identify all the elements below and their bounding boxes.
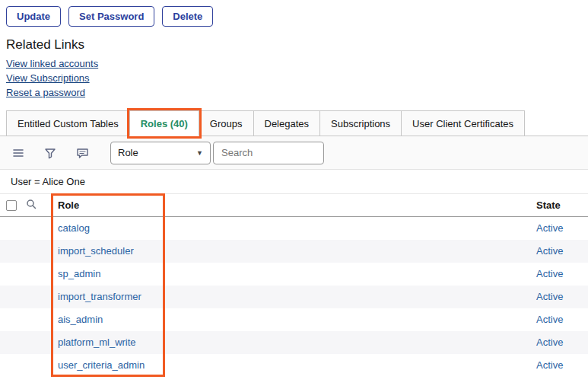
state-cell: Active <box>533 286 588 308</box>
row-search-cell <box>23 286 46 308</box>
state-cell: Active <box>533 354 588 377</box>
search-column-select[interactable]: Role ▼ <box>110 142 211 164</box>
tab-bar: Entitled Custom Tables Roles (40) Groups… <box>0 110 588 136</box>
column-header-state[interactable]: State <box>533 194 588 217</box>
form-action-bar: Update Set Password Delete <box>0 0 588 27</box>
column-header-role[interactable]: Role <box>46 194 533 217</box>
role-cell: sp_admin <box>46 263 533 286</box>
role-cell: platform_ml_write <box>46 331 533 354</box>
table-row: user_criteria_admin Active <box>0 354 588 377</box>
tab-user-client-certificates[interactable]: User Client Certificates <box>401 110 525 136</box>
state-cell: Active <box>533 240 588 263</box>
row-check-cell <box>0 331 23 354</box>
table-row: ais_admin Active <box>0 308 588 331</box>
row-check-cell <box>0 286 23 308</box>
state-cell: Active <box>533 331 588 354</box>
link-reset-a-password[interactable]: Reset a password <box>6 85 85 100</box>
select-all-checkbox[interactable] <box>6 200 17 211</box>
role-link[interactable]: ais_admin <box>58 314 103 325</box>
table-row: import_scheduler Active <box>0 240 588 263</box>
row-check-cell <box>0 354 23 377</box>
delete-button[interactable]: Delete <box>162 6 213 27</box>
state-value[interactable]: Active <box>536 314 563 325</box>
table-row: catalog Active <box>0 217 588 240</box>
table-row: import_transformer Active <box>0 286 588 308</box>
role-link[interactable]: catalog <box>58 222 90 234</box>
tab-entitled-custom-tables[interactable]: Entitled Custom Tables <box>6 110 130 136</box>
tab-roles[interactable]: Roles (40) <box>129 110 199 136</box>
roles-table: Role State catalog Active import_schedul… <box>0 193 588 377</box>
roles-table-wrap: Role State catalog Active import_schedul… <box>0 193 588 377</box>
table-header-row: Role State <box>0 194 588 217</box>
related-links-list: View linked accounts View Subscriptions … <box>6 56 588 100</box>
list-toolbar: Role ▼ <box>0 136 588 170</box>
row-search-cell <box>23 331 46 354</box>
state-value[interactable]: Active <box>536 222 563 234</box>
table-body: catalog Active import_scheduler Active s… <box>0 217 588 377</box>
state-value[interactable]: Active <box>536 337 563 348</box>
row-check-cell <box>0 240 23 263</box>
role-link[interactable]: import_transformer <box>58 291 141 302</box>
role-link[interactable]: import_scheduler <box>58 245 134 257</box>
chevron-down-icon: ▼ <box>196 149 203 157</box>
role-cell: import_transformer <box>46 286 533 308</box>
state-value[interactable]: Active <box>536 268 563 279</box>
user-record-page: Update Set Password Delete Related Links… <box>0 0 588 386</box>
row-search-cell <box>23 263 46 286</box>
row-search-cell <box>23 217 46 240</box>
row-check-cell <box>0 308 23 331</box>
row-check-cell <box>0 263 23 286</box>
state-cell: Active <box>533 217 588 240</box>
search-column-value: Role <box>118 147 138 158</box>
role-cell: import_scheduler <box>46 240 533 263</box>
table-row: sp_admin Active <box>0 263 588 286</box>
tab-subscriptions[interactable]: Subscriptions <box>319 110 402 136</box>
column-search-cell <box>23 194 46 217</box>
search-input[interactable] <box>213 142 324 164</box>
role-link[interactable]: sp_admin <box>58 268 100 279</box>
breadcrumb[interactable]: User = Alice One <box>11 176 85 187</box>
row-search-cell <box>23 308 46 331</box>
filter-icon[interactable] <box>44 147 56 159</box>
tab-groups[interactable]: Groups <box>199 110 254 136</box>
state-value[interactable]: Active <box>536 359 563 371</box>
state-value[interactable]: Active <box>536 291 563 302</box>
set-password-button[interactable]: Set Password <box>68 6 154 27</box>
breadcrumb-row: User = Alice One <box>0 170 588 193</box>
related-links-heading: Related Links <box>6 37 588 53</box>
row-search-cell <box>23 354 46 377</box>
link-view-subscriptions[interactable]: View Subscriptions <box>6 71 90 85</box>
role-link[interactable]: platform_ml_write <box>58 337 136 348</box>
role-link[interactable]: user_criteria_admin <box>58 359 145 371</box>
row-search-cell <box>23 240 46 263</box>
list-menu-icon[interactable] <box>12 147 24 159</box>
role-cell: ais_admin <box>46 308 533 331</box>
tab-delegates[interactable]: Delegates <box>253 110 321 136</box>
table-row: platform_ml_write Active <box>0 331 588 354</box>
activity-stream-icon[interactable] <box>76 147 89 159</box>
state-cell: Active <box>533 263 588 286</box>
role-cell: catalog <box>46 217 533 240</box>
update-button[interactable]: Update <box>6 6 61 27</box>
link-view-linked-accounts[interactable]: View linked accounts <box>6 56 98 71</box>
row-check-cell <box>0 217 23 240</box>
role-cell: user_criteria_admin <box>46 354 533 377</box>
state-value[interactable]: Active <box>536 245 563 257</box>
state-cell: Active <box>533 308 588 331</box>
search-icon[interactable] <box>26 199 37 209</box>
select-all-cell <box>0 194 23 217</box>
